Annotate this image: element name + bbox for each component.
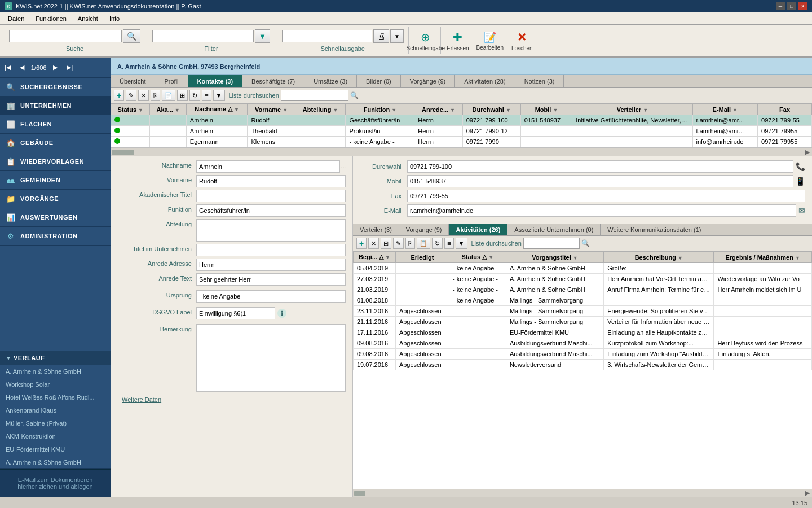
tab-profil[interactable]: Profil xyxy=(155,75,188,87)
col-durchwahl[interactable]: Durchwahl ▼ xyxy=(462,104,520,115)
act-tab-weitere-komm[interactable]: Weitere Kommunikationsdaten (1) xyxy=(601,224,708,235)
tbl-dropdown-btn[interactable]: ▼ xyxy=(213,90,225,101)
act-add-button[interactable]: + xyxy=(356,238,367,249)
verlauf-item-0[interactable]: A. Amrhein & Söhne GmbH xyxy=(0,365,111,378)
menu-funktionen[interactable]: Funktionen xyxy=(30,14,72,23)
col-mobil[interactable]: Mobil ▼ xyxy=(520,104,572,115)
activities-table-row[interactable]: 05.04.2019 - keine Angabe - A. Amrhein &… xyxy=(354,263,812,274)
activities-table-row[interactable]: 17.11.2016 Abgeschlossen EU-Fördermittel… xyxy=(354,327,812,338)
anrede-adresse-input[interactable] xyxy=(196,259,346,271)
act-scroll-right[interactable]: ▶ xyxy=(803,489,812,497)
act-tab-vorgaenge[interactable]: Vorgänge (9) xyxy=(399,224,449,235)
weitere-daten-link[interactable]: Weitere Daten xyxy=(117,395,166,404)
verlauf-item-3[interactable]: Ankenbrand Klaus xyxy=(0,404,111,417)
verlauf-item-6[interactable]: EU-Fördermittel KMU xyxy=(0,443,111,456)
search-button[interactable]: 🔍 xyxy=(123,29,140,43)
tbl-add-button[interactable]: + xyxy=(114,90,124,101)
col-nachname[interactable]: Nachname △ ▼ xyxy=(186,104,248,115)
tab-beschaeftigte[interactable]: Beschäftigte (7) xyxy=(242,75,304,87)
act-tbl-icon5[interactable]: ↻ xyxy=(432,238,443,249)
sidebar-item-unternehmen[interactable]: 🏢 UNTERNEHMEN xyxy=(0,97,111,115)
act-col-status[interactable]: Status △ ▼ xyxy=(449,252,506,263)
tab-umsaetze[interactable]: Umsätze (3) xyxy=(304,75,357,87)
schnellausgabe-dropdown-button[interactable]: ▼ xyxy=(390,29,404,43)
tab-kontakte[interactable]: Kontakte (3) xyxy=(188,75,243,87)
sidebar-item-gebaeude[interactable]: 🏠 GEBÄUDE xyxy=(0,134,111,152)
col-email[interactable]: E-Mail ▼ xyxy=(692,104,758,115)
durchwahl-icon[interactable]: 📞 xyxy=(796,162,805,171)
nachname-dots-button[interactable]: ··· xyxy=(341,164,346,170)
act-tbl-icon6[interactable]: ≡ xyxy=(444,238,453,249)
activities-table-row[interactable]: 23.11.2016 Abgeschlossen Mailings - Samm… xyxy=(354,306,812,317)
sidebar-item-vorgaenge[interactable]: 📁 VORGÄNGE xyxy=(0,190,111,208)
col-funktion[interactable]: Funktion ▼ xyxy=(346,104,414,115)
act-delete-button[interactable]: ✕ xyxy=(368,238,379,249)
verlauf-item-5[interactable]: AKM-Konstruktion xyxy=(0,430,111,443)
act-tbl-icon2[interactable]: ✎ xyxy=(393,238,404,249)
scroll-right-btn[interactable]: ▶ xyxy=(803,148,812,156)
dsgvo-input[interactable] xyxy=(196,307,275,319)
verlauf-item-1[interactable]: Workshop Solar xyxy=(0,378,111,391)
col-verteiler[interactable]: Verteiler ▼ xyxy=(572,104,692,115)
col-abteilung[interactable]: Abteilung ▼ xyxy=(295,104,346,115)
sidebar-item-flaechen[interactable]: ⬜ FLÄCHEN xyxy=(0,115,111,134)
search-input[interactable] xyxy=(9,30,122,42)
vorname-input[interactable] xyxy=(196,175,346,187)
email-input[interactable] xyxy=(407,204,796,217)
schnellausgabe-input[interactable] xyxy=(282,30,372,42)
contact-table-row[interactable]: Egermann Klemens - keine Angabe - Herrn … xyxy=(111,137,812,147)
akademischer-titel-input[interactable] xyxy=(196,190,346,202)
activities-table-row[interactable]: 21.03.2019 - keine Angabe - A. Amrhein &… xyxy=(354,284,812,295)
sidebar-item-wiedervorlagen[interactable]: 📋 WIEDERVORLAGEN xyxy=(0,152,111,171)
activities-table-row[interactable]: 27.03.2019 - keine Angabe - A. Amrhein &… xyxy=(354,274,812,284)
fax-input[interactable] xyxy=(407,190,805,202)
col-aka[interactable]: Aka... ▼ xyxy=(150,104,186,115)
act-col-erledigt[interactable]: Erledigt xyxy=(395,252,449,263)
act-tbl-icon1[interactable]: ⊞ xyxy=(381,238,391,249)
nav-last-button[interactable]: ▶| xyxy=(62,62,77,73)
tbl-refresh-btn[interactable]: ↻ xyxy=(189,90,200,101)
sidebar-item-gemeinden[interactable]: 🏘 GEMEINDEN xyxy=(0,171,111,190)
menu-daten[interactable]: Daten xyxy=(2,14,30,23)
act-col-datum[interactable]: Begi... △ ▼ xyxy=(354,252,396,263)
tab-aktivitaeten[interactable]: Aktivitäten (28) xyxy=(455,75,515,87)
erfassen-button[interactable]: ✚ Erfassen xyxy=(448,28,468,53)
act-tab-verteiler[interactable]: Verteiler (3) xyxy=(353,224,399,235)
nav-prev-button[interactable]: ◀ xyxy=(15,62,29,73)
act-tab-ass-unternehmen[interactable]: Assoziierte Unternehmen (0) xyxy=(508,224,601,235)
act-search-input[interactable] xyxy=(523,238,580,249)
activities-table-row[interactable]: 09.08.2016 Abgeschlossen Ausbildungsverb… xyxy=(354,338,812,349)
col-status[interactable]: Status ▼ xyxy=(111,104,150,115)
act-tab-aktivitaeten[interactable]: Aktivitäten (26) xyxy=(449,224,508,235)
tbl-menu-btn[interactable]: ≡ xyxy=(202,90,211,101)
mobil-icon[interactable]: 📱 xyxy=(796,177,805,186)
loeschen-button[interactable]: ✕ Löschen xyxy=(512,28,532,53)
tbl-edit-icon-button[interactable]: ✎ xyxy=(126,90,136,101)
close-button[interactable]: ✕ xyxy=(798,2,807,10)
activities-table-row[interactable]: 01.08.2018 - keine Angabe - Mailings - S… xyxy=(354,295,812,306)
act-tbl-icon3[interactable]: ⎘ xyxy=(405,238,415,249)
tbl-copy-btn[interactable]: ⎘ xyxy=(151,90,160,101)
col-fax[interactable]: Fax xyxy=(758,104,812,115)
contact-table-row[interactable]: Amrhein Rudolf Geschäftsführer/in Herrn … xyxy=(111,115,812,126)
activities-table-row[interactable]: 09.08.2016 Abgeschlossen Ausbildungsverb… xyxy=(354,349,812,360)
minimize-button[interactable]: ─ xyxy=(776,2,785,10)
act-col-ergebnis[interactable]: Ergebnis / Maßnahmen ▼ xyxy=(714,252,812,263)
act-tbl-icon4[interactable]: 📋 xyxy=(417,238,430,249)
bearbeiten-button[interactable]: 📝 Bearbeiten xyxy=(480,28,500,53)
col-vorname[interactable]: Vorname ▼ xyxy=(248,104,295,115)
nav-next-button[interactable]: ▶ xyxy=(48,62,62,73)
durchwahl-input[interactable] xyxy=(407,160,793,173)
maximize-button[interactable]: □ xyxy=(787,2,796,10)
activities-scrollbar[interactable]: ▶ xyxy=(353,489,812,497)
tbl-doc-btn[interactable]: 📄 xyxy=(162,90,175,101)
anrede-text-input[interactable] xyxy=(196,273,346,286)
titel-im-unternehmen-input[interactable] xyxy=(196,244,346,256)
verlauf-item-4[interactable]: Müller, Sabine (Privat) xyxy=(0,417,111,430)
act-col-beschreibung[interactable]: Beschreibung ▼ xyxy=(604,252,714,263)
nachname-input[interactable] xyxy=(196,160,340,173)
tab-vorgaenge[interactable]: Vorgänge (9) xyxy=(401,75,456,87)
abteilung-textarea[interactable] xyxy=(196,219,346,242)
schnellausgabe-print-button[interactable]: 🖨 xyxy=(373,29,389,43)
nav-first-button[interactable]: |◀ xyxy=(0,62,15,73)
